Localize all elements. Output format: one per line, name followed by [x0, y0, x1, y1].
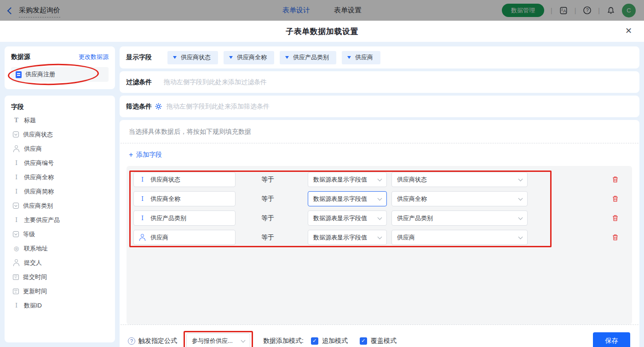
field-list-item[interactable]: 标题: [11, 113, 109, 127]
display-field-tag[interactable]: 供应产品类别: [280, 51, 336, 64]
filter-condition-row: 过滤条件 拖动左侧字段到此处来添加过滤条件: [120, 71, 639, 93]
close-icon[interactable]: ✕: [625, 27, 632, 35]
display-field-tag[interactable]: 供应商: [342, 51, 380, 64]
topbar-tab[interactable]: 表单设计: [282, 6, 310, 15]
field-list-item[interactable]: 等级: [11, 227, 109, 241]
datasource-item[interactable]: 供应商注册: [11, 67, 109, 82]
text-icon: [139, 176, 146, 183]
rule-source-select[interactable]: 数据源表显示字段值: [308, 191, 387, 206]
calendar-icon: [13, 274, 19, 280]
contact-book-icon[interactable]: A: [559, 6, 568, 15]
field-list-item[interactable]: 供应商: [11, 142, 109, 156]
rule-operator: 等于: [261, 195, 308, 203]
divider: |: [575, 7, 576, 14]
field-list-item[interactable]: 主要供应产品: [11, 213, 109, 227]
bell-icon[interactable]: [606, 6, 615, 15]
dashed-divider: [121, 143, 638, 143]
rule-value-select[interactable]: 供应产品类别: [391, 210, 528, 226]
display-field-tags: 供应商状态 供应商全称 供应产品类别: [167, 51, 380, 64]
rule-value-select[interactable]: 供应商状态: [391, 172, 528, 187]
question-circle-icon[interactable]: ?: [128, 337, 135, 345]
delete-rule-button[interactable]: [611, 214, 619, 222]
save-button[interactable]: 保存: [593, 332, 630, 347]
rule-source-select[interactable]: 数据源表显示字段值: [308, 210, 387, 226]
field-list-item[interactable]: 更新时间: [11, 284, 109, 298]
datasource-item-label: 供应商注册: [25, 70, 55, 79]
field-label: 数据ID: [24, 301, 42, 310]
select-icon: [13, 131, 19, 137]
data-manage-button[interactable]: 数据管理: [502, 4, 544, 17]
select-icon: [13, 231, 19, 237]
triangle-down-icon: [285, 56, 289, 59]
rule-field-box[interactable]: 供应商: [133, 230, 236, 245]
field-list-item[interactable]: 供应商简称: [11, 184, 109, 199]
tag-label: 供应产品类别: [293, 53, 329, 62]
change-datasource-link[interactable]: 更改数据源: [79, 53, 109, 61]
location-icon: [13, 245, 20, 252]
chevron-down-icon: [518, 234, 523, 239]
field-list-item[interactable]: 提交时间: [11, 270, 109, 284]
chevron-down-icon: [518, 196, 523, 200]
chevron-down-icon: [378, 215, 382, 220]
fields-title: 字段: [11, 103, 109, 111]
rule-source-select[interactable]: 数据源表显示字段值: [308, 230, 387, 245]
rule-row: 供应商 等于 数据源表显示字段值 供应商: [133, 230, 632, 245]
rule-field-box[interactable]: 供应产品类别: [133, 210, 236, 226]
help-icon[interactable]: ?: [582, 6, 592, 15]
checkbox-checked-icon[interactable]: ✓: [311, 337, 318, 345]
trash-icon: [611, 176, 619, 183]
text-icon: [13, 174, 20, 181]
title-icon: [13, 117, 20, 124]
field-label: 供应商编号: [24, 159, 54, 167]
mode-label: 追加模式: [322, 337, 348, 345]
delete-rule-button[interactable]: [611, 195, 619, 203]
rule-source-select[interactable]: 数据源表显示字段值: [308, 172, 387, 187]
field-label: 供应商类别: [23, 202, 53, 210]
mode-checkbox-item[interactable]: ✓ 覆盖模式: [360, 337, 397, 345]
screen-dropzone[interactable]: 拖动左侧字段到此处来添加筛选条件: [167, 102, 270, 111]
field-list-item[interactable]: 供应商类别: [11, 199, 109, 213]
field-list-item[interactable]: 联系地址: [11, 241, 109, 256]
field-list-item[interactable]: 提交人: [11, 256, 109, 270]
subform-data-load-modal: 子表单数据加载设置 ✕ 数据源 更改数据源 供应商注册 字段: [0, 21, 644, 347]
rule-field-box[interactable]: 供应商全称: [133, 191, 236, 206]
divider: |: [598, 7, 600, 14]
field-list-item[interactable]: 供应商全称: [11, 170, 109, 184]
user-icon: [13, 259, 20, 266]
fill-rules-card: 当选择具体数据后，将按如下规则填充数据 + 添加字段 供应商状态: [120, 120, 639, 347]
topbar-tab[interactable]: 表单设置: [334, 6, 362, 15]
add-field-button[interactable]: + 添加字段: [120, 143, 171, 165]
datasource-card: 数据源 更改数据源 供应商注册: [5, 46, 115, 89]
formula-select[interactable]: 参与报价供应...: [186, 333, 250, 347]
display-fields-label: 显示字段: [126, 53, 152, 62]
rule-field-label: 供应商全称: [150, 195, 180, 203]
rule-operator: 等于: [261, 233, 308, 242]
delete-rule-button[interactable]: [611, 176, 619, 183]
screen-condition-row: 筛选条件 拖动左侧字段到此处来添加筛选条件: [120, 96, 639, 117]
add-field-label: 添加字段: [136, 151, 162, 159]
field-list-item[interactable]: 供应商编号: [11, 156, 109, 170]
rule-value-select[interactable]: 供应商: [391, 230, 528, 245]
rule-field-box[interactable]: 供应商状态: [133, 172, 236, 187]
avatar[interactable]: C: [622, 4, 636, 17]
mode-checkbox-item[interactable]: ✓ 追加模式: [311, 337, 348, 345]
gear-icon[interactable]: [155, 103, 162, 110]
svg-text:A: A: [563, 8, 566, 13]
field-label: 主要供应产品: [24, 216, 60, 224]
document-icon: [16, 71, 22, 78]
display-field-tag[interactable]: 供应商全称: [224, 51, 274, 64]
field-label: 提交人: [24, 259, 42, 267]
formula-label: 触发指定公式: [138, 337, 177, 345]
delete-rule-button[interactable]: [611, 233, 619, 241]
fields-card: 字段 标题 供应商状态: [5, 96, 115, 342]
rules-footer: ? 触发指定公式 参与报价供应... 数据添加模式:: [120, 325, 639, 347]
field-list-item[interactable]: 数据ID: [11, 298, 109, 313]
field-label: 供应商状态: [23, 131, 53, 139]
mode-label: 覆盖模式: [371, 337, 397, 345]
field-list-item[interactable]: 供应商状态: [11, 127, 109, 142]
display-field-tag[interactable]: 供应商状态: [167, 51, 218, 64]
filter-dropzone[interactable]: 拖动左侧字段到此处来添加过滤条件: [164, 78, 267, 86]
checkbox-checked-icon[interactable]: ✓: [360, 337, 367, 345]
rule-value-select[interactable]: 供应商全称: [391, 191, 528, 206]
trash-icon: [611, 195, 619, 203]
